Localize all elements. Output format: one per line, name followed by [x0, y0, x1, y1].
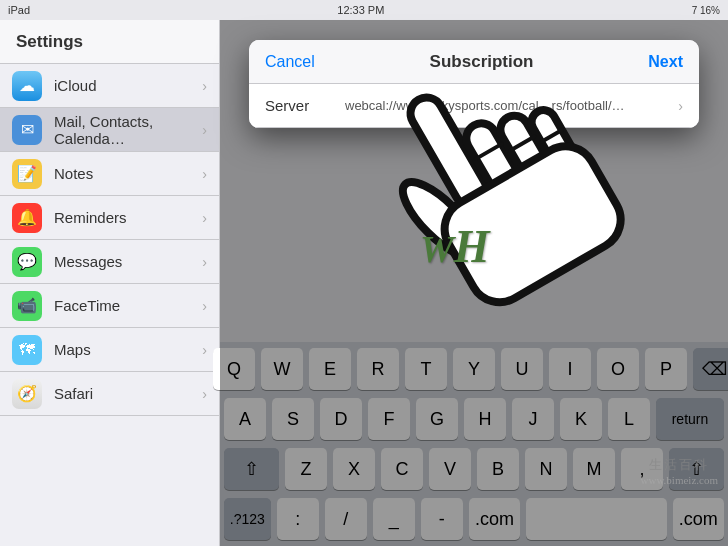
main-container: Settings ☁ iCloud › ✉ Mail, Contacts, Ca… [0, 20, 728, 546]
modal-header: Cancel Subscription Next [249, 40, 699, 84]
sidebar-label-reminders: Reminders [54, 209, 202, 226]
server-chevron: › [678, 98, 683, 114]
chevron-icon: › [202, 298, 207, 314]
subscription-modal: Cancel Subscription Next Server webcal:/… [249, 40, 699, 128]
chevron-icon: › [202, 78, 207, 94]
chevron-icon: › [202, 254, 207, 270]
sidebar-label-notes: Notes [54, 165, 202, 182]
facetime-icon: 📹 [12, 291, 42, 321]
next-button[interactable]: Next [648, 53, 683, 71]
sidebar-item-icloud[interactable]: ☁ iCloud › [0, 64, 219, 108]
chevron-icon: › [202, 386, 207, 402]
sidebar-label-mail: Mail, Contacts, Calenda… [54, 113, 202, 147]
watermark-line1: 生活百科 [641, 456, 719, 474]
watermark-line2: www.bimeiz.com [641, 474, 719, 486]
server-label: Server [265, 97, 345, 114]
sidebar-label-safari: Safari [54, 385, 202, 402]
reminders-icon: 🔔 [12, 203, 42, 233]
safari-icon: 🧭 [12, 379, 42, 409]
sidebar-label-maps: Maps [54, 341, 202, 358]
sidebar-item-mail[interactable]: ✉ Mail, Contacts, Calenda… › [0, 108, 219, 152]
status-bar: iPad 12:33 PM 7 16% [0, 0, 728, 20]
sidebar-label-icloud: iCloud [54, 77, 202, 94]
modal-body: Server webcal://www1.skysports.com/cal…r… [249, 84, 699, 128]
sidebar-title: Settings [16, 32, 83, 52]
maps-icon: 🗺 [12, 335, 42, 365]
status-time: 12:33 PM [337, 4, 384, 16]
sidebar: Settings ☁ iCloud › ✉ Mail, Contacts, Ca… [0, 20, 220, 546]
status-left: iPad [8, 4, 30, 16]
notes-icon: 📝 [12, 159, 42, 189]
icloud-icon: ☁ [12, 71, 42, 101]
chevron-icon: › [202, 342, 207, 358]
server-value: webcal://www1.skysports.com/cal…rs/footb… [345, 98, 678, 113]
modal-title: Subscription [430, 52, 534, 72]
cancel-button[interactable]: Cancel [265, 53, 315, 71]
watermark: 生活百科 www.bimeiz.com [641, 456, 719, 486]
chevron-icon: › [202, 210, 207, 226]
content-area: Cancel Subscription Next Server webcal:/… [220, 20, 728, 546]
sidebar-item-notes[interactable]: 📝 Notes › [0, 152, 219, 196]
mail-icon: ✉ [12, 115, 42, 145]
sidebar-item-maps[interactable]: 🗺 Maps › [0, 328, 219, 372]
battery-icon: 7 16% [692, 5, 720, 16]
chevron-icon: › [202, 166, 207, 182]
sidebar-item-facetime[interactable]: 📹 FaceTime › [0, 284, 219, 328]
messages-icon: 💬 [12, 247, 42, 277]
sidebar-label-messages: Messages [54, 253, 202, 270]
sidebar-label-facetime: FaceTime [54, 297, 202, 314]
sidebar-item-safari[interactable]: 🧭 Safari › [0, 372, 219, 416]
sidebar-item-messages[interactable]: 💬 Messages › [0, 240, 219, 284]
chevron-icon: › [202, 122, 207, 138]
server-row: Server webcal://www1.skysports.com/cal…r… [249, 84, 699, 128]
status-right: 7 16% [692, 5, 720, 16]
sidebar-header: Settings [0, 20, 219, 64]
sidebar-item-reminders[interactable]: 🔔 Reminders › [0, 196, 219, 240]
